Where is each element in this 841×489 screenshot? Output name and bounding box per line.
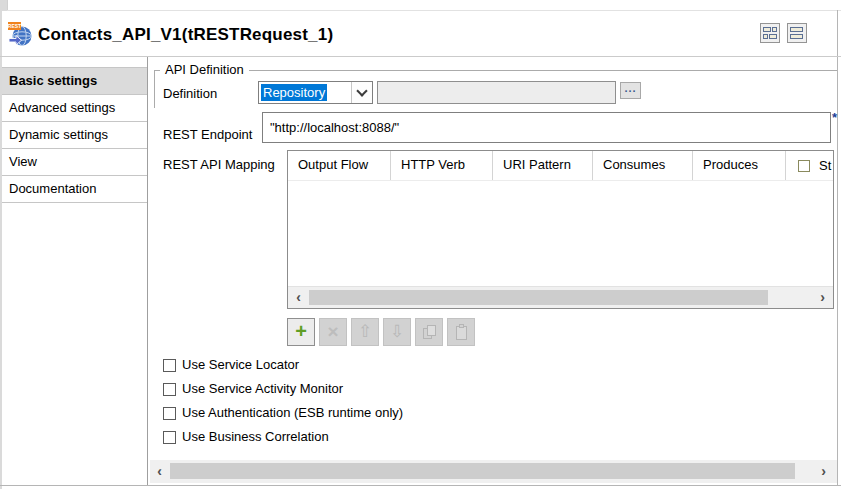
rest-endpoint-input[interactable]: "http://localhost:8088/" xyxy=(262,112,831,143)
scroll-left-icon[interactable]: ‹ xyxy=(291,287,306,308)
panel-horizontal-scrollbar[interactable]: ‹ › xyxy=(150,460,837,483)
required-marker: * xyxy=(832,110,837,125)
tab-basic-settings[interactable]: Basic settings xyxy=(2,67,147,95)
select-all-checkbox[interactable] xyxy=(798,160,810,172)
row-view-icon xyxy=(790,27,803,32)
table-horizontal-scrollbar[interactable]: ‹ › xyxy=(288,286,833,308)
definition-label: Definition xyxy=(163,86,217,101)
combo-dropdown-button[interactable] xyxy=(351,82,372,103)
definition-combo[interactable]: Repository xyxy=(258,81,373,104)
sidebar-separator xyxy=(147,57,148,485)
paste-row-button[interactable] xyxy=(447,318,475,346)
column-output-flow: Output Flow xyxy=(288,151,391,180)
column-streaming-label: St xyxy=(819,152,831,180)
scroll-right-icon[interactable]: › xyxy=(816,460,831,483)
right-edge-border xyxy=(837,10,838,486)
checkbox-unchecked-icon[interactable] xyxy=(163,407,176,420)
scroll-left-icon[interactable]: ‹ xyxy=(152,460,167,483)
row-view-icon xyxy=(790,34,803,39)
move-up-button[interactable]: ⇧ xyxy=(351,318,379,346)
delete-icon: × xyxy=(320,319,346,344)
use-business-correlation-option[interactable]: Use Business Correlation xyxy=(163,429,329,445)
paste-icon xyxy=(455,325,468,340)
move-down-button[interactable]: ⇩ xyxy=(383,318,411,346)
selected-text: Repository xyxy=(261,84,327,101)
checkbox-unchecked-icon[interactable] xyxy=(163,383,176,396)
definition-combo-value: Repository xyxy=(259,82,351,103)
chevron-down-icon xyxy=(356,85,367,96)
plus-icon: + xyxy=(288,319,314,344)
add-row-button[interactable]: + xyxy=(287,318,315,346)
use-business-correlation-label: Use Business Correlation xyxy=(182,429,329,445)
tab-dynamic-settings[interactable]: Dynamic settings xyxy=(2,122,147,149)
column-http-verb: HTTP Verb xyxy=(391,151,493,180)
top-separator xyxy=(7,10,841,11)
arrow-down-icon: ⇩ xyxy=(384,319,410,345)
tab-documentation[interactable]: Documentation xyxy=(2,176,147,203)
grid-view-icon xyxy=(769,34,777,39)
remove-row-button[interactable]: × xyxy=(319,318,347,346)
scroll-right-icon[interactable]: › xyxy=(815,287,830,308)
component-title: Contacts_API_V1(tRESTRequest_1) xyxy=(38,25,333,45)
rest-api-mapping-label: REST API Mapping xyxy=(163,157,275,172)
scrollbar-thumb[interactable] xyxy=(309,290,768,305)
grid-view-toggle-button[interactable] xyxy=(760,23,780,43)
mapping-table-body[interactable] xyxy=(288,181,833,287)
header-separator xyxy=(0,56,841,57)
use-service-locator-option[interactable]: Use Service Locator xyxy=(163,357,299,373)
use-service-locator-label: Use Service Locator xyxy=(182,357,299,373)
use-authentication-option[interactable]: Use Authentication (ESB runtime only) xyxy=(163,405,403,421)
settings-tab-list: Basic settings Advanced settings Dynamic… xyxy=(2,67,147,203)
row-view-toggle-button[interactable] xyxy=(787,23,807,43)
grid-view-icon xyxy=(763,34,768,39)
checkbox-unchecked-icon[interactable] xyxy=(163,431,176,444)
grid-view-icon xyxy=(772,27,777,32)
mapping-table-header: Output Flow HTTP Verb URI Pattern Consum… xyxy=(288,151,833,181)
repository-reference-field[interactable] xyxy=(377,81,616,104)
scrollbar-thumb[interactable] xyxy=(170,463,795,479)
copy-row-button[interactable] xyxy=(415,318,443,346)
trestrequest-component-icon: REST xyxy=(8,22,34,48)
api-definition-group-label: API Definition xyxy=(160,62,249,77)
icon-badge-text: REST xyxy=(8,23,21,29)
checkbox-unchecked-icon[interactable] xyxy=(163,359,176,372)
rest-api-mapping-table: Output Flow HTTP Verb URI Pattern Consum… xyxy=(287,150,834,309)
column-consumes: Consumes xyxy=(593,151,693,180)
browse-repository-button[interactable]: ... xyxy=(620,82,641,99)
rest-endpoint-label: REST Endpoint xyxy=(163,127,252,142)
use-authentication-label: Use Authentication (ESB runtime only) xyxy=(182,405,403,421)
tab-view[interactable]: View xyxy=(2,149,147,176)
copy-icon xyxy=(423,325,436,339)
tab-advanced-settings[interactable]: Advanced settings xyxy=(2,95,147,122)
use-service-activity-monitor-label: Use Service Activity Monitor xyxy=(182,381,343,397)
column-uri-pattern: URI Pattern xyxy=(493,151,593,180)
column-streaming: St xyxy=(786,151,834,180)
grid-view-icon xyxy=(763,27,771,32)
arrow-up-icon: ⇧ xyxy=(352,319,378,345)
use-service-activity-monitor-option[interactable]: Use Service Activity Monitor xyxy=(163,381,343,397)
column-produces: Produces xyxy=(693,151,786,180)
bottom-edge-border xyxy=(0,485,841,486)
